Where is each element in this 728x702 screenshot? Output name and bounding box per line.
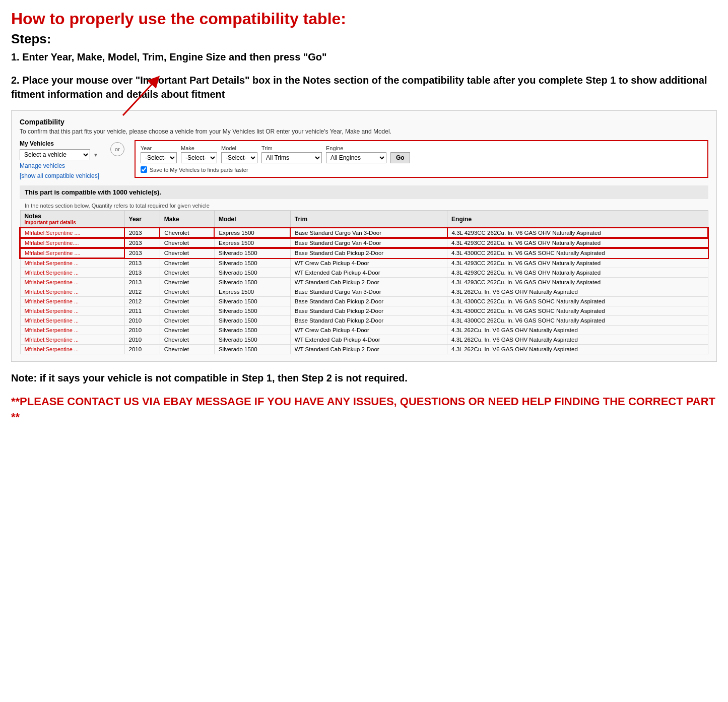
go-button[interactable]: Go [390,152,410,163]
table-row: Mfrlabel:Serpentine ...2011ChevroletSilv… [20,306,708,316]
trim-field: Trim All Trims [261,145,322,163]
data-cell: Chevrolet [160,268,214,278]
notes-cell: Mfrlabel:Serpentine ... [20,297,124,306]
data-cell: WT Extended Cab Pickup 4-Door [290,335,447,345]
table-row: Mfrlabel:Serpentine ...2012ChevroletSilv… [20,297,708,306]
data-cell: Base Standard Cargo Van 4-Door [290,238,447,248]
compatibility-widget: Compatibility To confirm that this part … [11,110,717,362]
data-cell: Express 1500 [214,287,290,297]
data-cell: 2010 [124,335,160,345]
data-cell: Base Standard Cab Pickup 2-Door [290,316,447,326]
data-cell: WT Standard Cab Pickup 2-Door [290,345,447,354]
data-cell: Chevrolet [160,258,214,268]
data-cell: WT Crew Cab Pickup 4-Door [290,258,447,268]
data-cell: WT Standard Cab Pickup 2-Door [290,278,447,287]
notes-cell: Mfrlabel:Serpentine ... [20,278,124,287]
data-cell: Silverado 1500 [214,326,290,335]
data-cell: Express 1500 [214,228,290,238]
notes-cell: Mfrlabel:Serpentine ... [20,316,124,326]
main-title: How to properly use the compatibility ta… [11,9,717,28]
data-cell: Express 1500 [214,238,290,248]
notes-cell: Mfrlabel:Serpentine .... [20,228,124,238]
data-cell: 4.3L 4300CC 262Cu. In. V6 GAS SOHC Natur… [447,248,708,258]
data-cell: 4.3L 4300CC 262Cu. In. V6 GAS SOHC Natur… [447,297,708,306]
data-cell: 2012 [124,287,160,297]
arrow-icon [113,75,173,120]
header-model: Model [214,211,290,228]
trim-label: Trim [261,145,322,151]
make-select[interactable]: -Select- [181,152,217,163]
data-cell: Chevrolet [160,316,214,326]
data-cell: 4.3L 4293CC 262Cu. In. V6 GAS OHV Natura… [447,228,708,238]
data-cell: Chevrolet [160,297,214,306]
data-cell: 2011 [124,306,160,316]
notes-cell: Mfrlabel:Serpentine ... [20,287,124,297]
header-engine: Engine [447,211,708,228]
compatible-count: This part is compatible with 1000 vehicl… [25,188,161,196]
data-cell: Base Standard Cargo Van 3-Door [290,228,447,238]
data-cell: 2013 [124,238,160,248]
notes-subheader: Important part details [25,220,120,225]
notes-cell: Mfrlabel:Serpentine .... [20,248,124,258]
header-year: Year [124,211,160,228]
header-make: Make [160,211,214,228]
data-cell: 4.3L 262Cu. In. V6 GAS OHV Naturally Asp… [447,287,708,297]
my-vehicles-label: My Vehicles [20,140,100,147]
manage-vehicles-link[interactable]: Manage vehicles [20,162,100,169]
data-cell: Silverado 1500 [214,345,290,354]
notes-cell: Mfrlabel:Serpentine ... [20,345,124,354]
data-cell: Silverado 1500 [214,297,290,306]
notes-cell: Mfrlabel:Serpentine ... [20,268,124,278]
table-row: Mfrlabel:Serpentine ....2013ChevroletExp… [20,228,708,238]
compat-subtitle: To confirm that this part fits your vehi… [20,128,708,135]
data-cell: Chevrolet [160,238,214,248]
compatibility-table: Notes Important part details Year Make M… [20,210,708,354]
table-row: Mfrlabel:Serpentine ...2012ChevroletExpr… [20,287,708,297]
header-trim: Trim [290,211,447,228]
data-cell: Silverado 1500 [214,278,290,287]
model-select[interactable]: -Select- [221,152,257,163]
table-row: Mfrlabel:Serpentine ...2010ChevroletSilv… [20,316,708,326]
data-cell: Chevrolet [160,287,214,297]
step1-text: 1. Enter Year, Make, Model, Trim, Engine… [11,50,717,64]
notes-cell: Mfrlabel:Serpentine ... [20,258,124,268]
year-select[interactable]: -Select- [141,152,177,163]
data-cell: 2010 [124,345,160,354]
vehicle-select[interactable]: Select a vehicle [20,149,90,160]
data-cell: 4.3L 4293CC 262Cu. In. V6 GAS OHV Natura… [447,278,708,287]
data-cell: Silverado 1500 [214,248,290,258]
data-cell: 2013 [124,228,160,238]
data-cell: 4.3L 262Cu. In. V6 GAS OHV Naturally Asp… [447,326,708,335]
data-cell: Chevrolet [160,345,214,354]
data-cell: Chevrolet [160,326,214,335]
data-cell: Base Standard Cab Pickup 2-Door [290,248,447,258]
notes-cell: Mfrlabel:Serpentine ... [20,335,124,345]
notes-cell: Mfrlabel:Serpentine.... [20,238,124,248]
data-cell: Chevrolet [160,335,214,345]
data-cell: 4.3L 4293CC 262Cu. In. V6 GAS OHV Natura… [447,238,708,248]
data-cell: Base Standard Cargo Van 3-Door [290,287,447,297]
engine-select[interactable]: All Engines [326,152,386,163]
svg-line-1 [123,80,156,115]
table-row: Mfrlabel:Serpentine ...2013ChevroletSilv… [20,268,708,278]
notes-cell: Mfrlabel:Serpentine ... [20,306,124,316]
contact-section: **PLEASE CONTACT US VIA EBAY MESSAGE IF … [11,394,717,425]
table-row: Mfrlabel:Serpentine ...2013ChevroletSilv… [20,258,708,268]
show-all-link[interactable]: [show all compatible vehicles] [20,172,100,179]
year-field: Year -Select- [141,145,177,163]
or-label: or [110,142,124,156]
year-make-section: Year -Select- Make -Select- Model -Selec… [135,140,708,178]
table-row: Mfrlabel:Serpentine ...2013ChevroletSilv… [20,278,708,287]
steps-heading: Steps: [11,31,717,47]
data-cell: 2013 [124,268,160,278]
data-cell: 4.3L 4293CC 262Cu. In. V6 GAS OHV Natura… [447,258,708,268]
trim-select[interactable]: All Trims [261,152,322,163]
note-section: Note: if it says your vehicle is not com… [11,371,717,385]
my-vehicles-section: My Vehicles Select a vehicle ▼ Manage ve… [20,140,100,179]
save-checkbox[interactable] [141,166,147,173]
data-cell: WT Crew Cab Pickup 4-Door [290,326,447,335]
data-cell: Base Standard Cab Pickup 2-Door [290,297,447,306]
save-label: Save to My Vehicles to finds parts faste… [150,167,248,173]
engine-label: Engine [326,145,386,151]
dropdown-arrow-icon: ▼ [93,152,98,158]
